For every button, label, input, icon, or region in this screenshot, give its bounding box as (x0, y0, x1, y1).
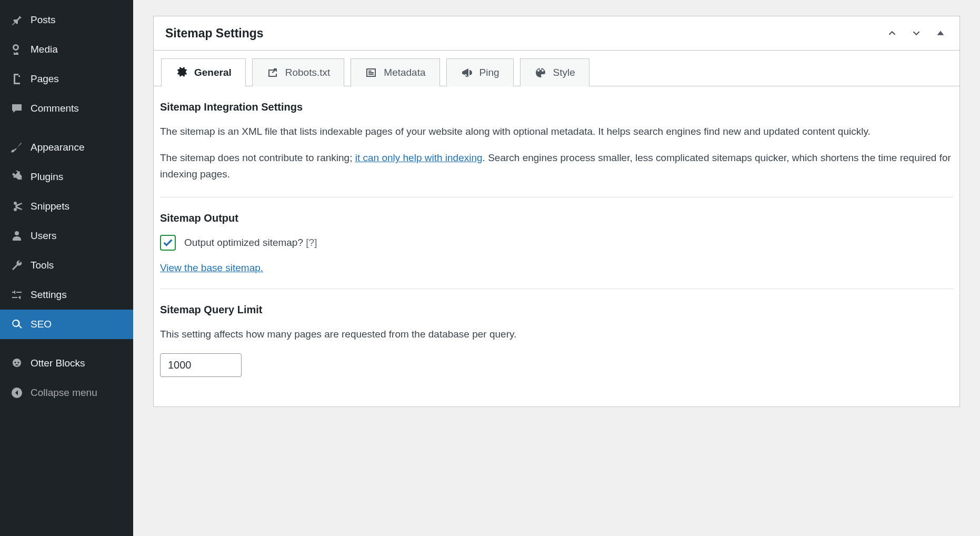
sliders-icon (9, 287, 24, 302)
pin-icon (9, 13, 24, 27)
integration-heading: Sitemap Integration Settings (160, 101, 953, 113)
checkbox-label-text: Output optimized sitemap? (184, 237, 303, 248)
sidebar-item-label: Collapse menu (31, 386, 97, 400)
tab-robots[interactable]: Robots.txt (252, 58, 345, 86)
query-limit-text: This setting affects how many pages are … (160, 326, 953, 342)
main-content: Sitemap Settings General Robots.txt (133, 0, 980, 536)
tab-style[interactable]: Style (520, 58, 589, 86)
sidebar-item-label: Pages (31, 73, 59, 86)
sidebar-item-pages[interactable]: Pages (0, 64, 133, 94)
brush-icon (9, 140, 24, 155)
integration-text-1: The sitemap is an XML file that lists in… (160, 124, 953, 140)
user-icon (9, 229, 24, 243)
tab-label: Ping (479, 67, 499, 78)
indexing-help-link[interactable]: it can only help with indexing (355, 152, 483, 163)
integration-text-2a: The sitemap does not contribute to ranki… (160, 152, 355, 163)
output-optimized-checkbox[interactable] (160, 235, 176, 251)
tab-general[interactable]: General (161, 58, 246, 86)
tab-list: General Robots.txt Metadata Ping Style (154, 51, 959, 86)
panel-controls (885, 26, 948, 41)
comment-icon (9, 101, 24, 116)
sidebar-item-tools[interactable]: Tools (0, 251, 133, 280)
sidebar-collapse[interactable]: Collapse menu (0, 378, 133, 408)
sidebar-item-label: Tools (31, 259, 54, 272)
output-heading: Sitemap Output (160, 212, 953, 224)
sidebar-item-label: Posts (31, 14, 56, 27)
sidebar-item-settings[interactable]: Settings (0, 280, 133, 310)
toggle-panel-button[interactable] (933, 26, 948, 41)
sidebar-item-label: Media (31, 43, 58, 56)
wrench-icon (9, 258, 24, 273)
panel-title: Sitemap Settings (165, 26, 264, 41)
sidebar-item-label: Appearance (31, 141, 84, 154)
collapse-icon (9, 385, 24, 400)
tab-metadata[interactable]: Metadata (351, 58, 439, 86)
share-icon (266, 66, 279, 79)
search-icon (9, 317, 24, 332)
panel-body: Sitemap Integration Settings The sitemap… (154, 86, 959, 406)
move-down-button[interactable] (909, 26, 924, 41)
integration-text-2: The sitemap does not contribute to ranki… (160, 150, 953, 182)
pages-icon (9, 72, 24, 86)
plug-icon (9, 170, 24, 184)
sidebar-item-media[interactable]: Media (0, 35, 133, 64)
view-base-sitemap-link[interactable]: View the base sitemap. (160, 262, 263, 273)
view-sitemap-row: View the base sitemap. (160, 262, 953, 274)
sidebar-separator (0, 123, 133, 133)
sidebar-item-seo[interactable]: SEO (0, 310, 133, 339)
integration-section: Sitemap Integration Settings The sitemap… (160, 101, 953, 197)
gear-icon (175, 66, 188, 79)
sidebar-item-snippets[interactable]: Snippets (0, 192, 133, 221)
scissors-icon (9, 199, 24, 214)
help-hint[interactable]: [?] (306, 237, 317, 248)
sidebar-item-label: Comments (31, 102, 79, 115)
sidebar-item-posts[interactable]: Posts (0, 5, 133, 35)
sidebar-separator (0, 339, 133, 349)
sidebar-item-comments[interactable]: Comments (0, 94, 133, 123)
media-icon (9, 42, 24, 57)
move-up-button[interactable] (885, 26, 899, 41)
admin-sidebar: Posts Media Pages Comments Appearance Pl… (0, 0, 133, 536)
panel-header: Sitemap Settings (154, 16, 959, 51)
sidebar-item-label: Otter Blocks (31, 357, 85, 370)
metadata-icon (365, 66, 377, 79)
tab-label: Robots.txt (285, 67, 331, 78)
query-limit-section: Sitemap Query Limit This setting affects… (160, 289, 953, 391)
sitemap-settings-panel: Sitemap Settings General Robots.txt (153, 16, 960, 407)
query-limit-input[interactable] (160, 353, 242, 377)
megaphone-icon (461, 66, 473, 79)
tab-label: General (194, 67, 232, 78)
query-limit-heading: Sitemap Query Limit (160, 304, 953, 316)
sidebar-item-users[interactable]: Users (0, 221, 133, 251)
tab-label: Metadata (384, 67, 425, 78)
sidebar-item-label: SEO (31, 318, 52, 331)
tab-label: Style (553, 67, 575, 78)
tab-ping[interactable]: Ping (446, 58, 514, 86)
sidebar-item-label: Users (31, 230, 57, 243)
palette-icon (534, 66, 547, 79)
check-icon (162, 237, 174, 249)
sidebar-item-label: Plugins (31, 171, 63, 184)
sidebar-item-appearance[interactable]: Appearance (0, 133, 133, 162)
sidebar-item-label: Settings (31, 289, 67, 302)
sidebar-item-label: Snippets (31, 200, 69, 213)
otter-icon (9, 356, 24, 371)
sidebar-item-plugins[interactable]: Plugins (0, 162, 133, 192)
output-optimized-label: Output optimized sitemap? [?] (184, 237, 317, 249)
output-section: Sitemap Output Output optimized sitemap?… (160, 197, 953, 289)
output-optimized-row: Output optimized sitemap? [?] (160, 235, 953, 251)
sidebar-item-otter-blocks[interactable]: Otter Blocks (0, 349, 133, 378)
